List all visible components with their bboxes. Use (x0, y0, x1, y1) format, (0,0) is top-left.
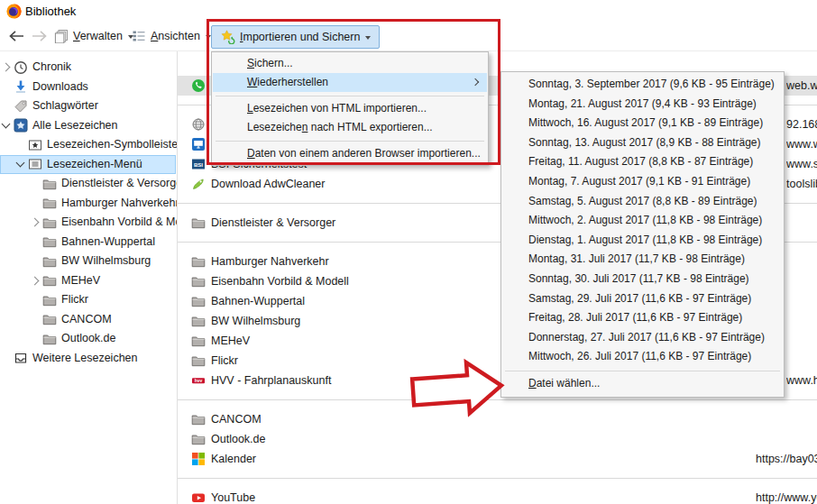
backup-entry-mittwoch-26-juli-2017[interactable]: Mittwoch, 26. Juli 2017 (11,6 KB - 97 Ei… (502, 347, 782, 367)
list-item-address: www.si (786, 154, 817, 174)
list-item-label: Eisenbahn Vorbild & Modell (211, 271, 349, 291)
sidebar-item-flickr[interactable]: Flickr (0, 290, 176, 310)
backup-entry-mittwoch-16-august-2017[interactable]: Mittwoch, 16. August 2017 (9,1 KB - 89 E… (502, 114, 782, 133)
all-bookmarks-icon (14, 118, 28, 133)
views-list-icon (132, 29, 146, 43)
list-item-label: BW Wilhelmsburg (211, 311, 300, 331)
sidebar-item-eisenbahn-vorbild-mo[interactable]: Eisenbahn Vorbild & Mo... (0, 213, 176, 233)
sidebar-item-outlook-de[interactable]: Outlook.de (0, 329, 176, 349)
backup-entry-mittwoch-2-august-2017[interactable]: Mittwoch, 2. August 2017 (11,8 KB - 98 E… (502, 211, 782, 231)
list-item-label: Kalender (211, 449, 256, 469)
sidebar-item-label: BW Wilhelmsburg (61, 252, 151, 271)
menu-item-wiederherstellen[interactable]: Wiederherstellen (213, 73, 487, 92)
list-item-youtube[interactable]: YouTubehttp://www.yo (178, 488, 817, 504)
sidebar-item-bw-wilhelmsburg[interactable]: BW Wilhelmsburg (0, 252, 176, 271)
folder-icon (42, 312, 57, 326)
folder-icon (191, 412, 206, 426)
sidebar-item-lesezeichen-symbolleiste[interactable]: Lesezeichen-Symbolleiste (0, 135, 176, 155)
backup-entry-dienstag-1-august-2017[interactable]: Dienstag, 1. August 2017 (11,8 KB - 98 E… (502, 231, 782, 251)
menu-separator (505, 371, 780, 371)
views-menu-button[interactable]: Ansichten (132, 23, 211, 50)
chevron-down-icon[interactable] (16, 158, 25, 167)
sidebar-item-chronik[interactable]: Chronik (0, 58, 176, 78)
backup-entry-montag-31-juli-2017[interactable]: Montag, 31. Juli 2017 (11,7 KB - 98 Eint… (502, 250, 782, 270)
sidebar-item-dienstleister-versorger[interactable]: Dienstleister & Versorger (0, 174, 176, 194)
chevron-right-icon[interactable] (31, 218, 40, 227)
backup-entry-samstag-5-august-2017[interactable]: Samstag, 5. August 2017 (8,8 KB - 89 Ein… (502, 192, 782, 212)
menu-separator (216, 141, 484, 142)
sidebar-item-label: Eisenbahn Vorbild & Mo... (61, 213, 191, 233)
sidebar-item-mehev[interactable]: MEHeV (0, 271, 176, 291)
toolbar: Verwalten Ansichten (0, 23, 817, 51)
sidebar-item-hamburger-nahverkehr[interactable]: Hamburger Nahverkehr (0, 194, 176, 214)
manage-menu-button[interactable]: Verwalten (54, 23, 133, 50)
list-item-address: web.wh (786, 76, 817, 96)
menu-item-sichern[interactable]: Sichern... (213, 54, 487, 73)
backup-entry-montag-7-august-2017[interactable]: Montag, 7. August 2017 (9,1 KB - 91 Eint… (502, 172, 782, 192)
sidebar-item-lesezeichen-men[interactable]: Lesezeichen-Menü (0, 155, 176, 175)
microsoft-icon (191, 452, 206, 466)
list-item-kalender[interactable]: Kalenderhttps://bay03.c (178, 449, 817, 469)
sidebar-item-bahnen-wuppertal[interactable]: Bahnen-Wuppertal (0, 233, 176, 252)
whatsapp-icon (191, 78, 206, 93)
list-item-label: Outlook.de (211, 429, 265, 449)
list-item-address: www.hv (786, 371, 817, 390)
sidebar-item-label: Flickr (61, 290, 88, 310)
menu-item-lesezeichen-von-html-importieren[interactable]: Lesezeichen von HTML importieren... (213, 99, 487, 118)
sidebar-item-label: Dienstleister & Versorger (61, 174, 186, 194)
backup-entry-samstag-29-juli-2017[interactable]: Samstag, 29. Juli 2017 (11,6 KB - 97 Ein… (502, 289, 782, 309)
list-item-cancom[interactable]: CANCOM (178, 409, 817, 429)
list-item-label: Hamburger Nahverkehr (211, 252, 329, 271)
folder-icon (191, 254, 206, 269)
chevron-down-icon (206, 35, 211, 39)
backup-entry-sonntag-3-september-2017[interactable]: Sonntag, 3. September 2017 (9,6 KB - 95 … (502, 75, 782, 95)
menu-item-choose-file[interactable]: Datei wählen... (502, 374, 782, 394)
list-item-label: Flickr (211, 351, 238, 371)
download-icon (14, 79, 28, 94)
list-item-label: MEHeV (211, 331, 250, 351)
forward-button[interactable] (31, 23, 49, 50)
sidebar-item-downloads[interactable]: Downloads (0, 78, 176, 97)
folder-icon (191, 334, 206, 348)
list-item-label: Download AdwCleaner (211, 174, 325, 194)
chevron-right-icon[interactable] (2, 63, 11, 72)
back-button[interactable] (7, 23, 25, 50)
menu-separator (216, 96, 484, 96)
menu-item-lesezeichen-nach-html-exportieren[interactable]: Lesezeichen nach HTML exportieren... (213, 118, 487, 137)
sidebar-item-label: Outlook.de (61, 329, 115, 349)
sidebar-item-schlagw-rter[interactable]: Schlagwörter (0, 96, 176, 116)
backup-entry-freitag-11-august-2017[interactable]: Freitag, 11. August 2017 (8,8 KB - 87 Ei… (502, 152, 782, 172)
monitor-icon (191, 137, 206, 151)
list-item-address: toolslib (786, 174, 817, 194)
folder-icon (191, 432, 206, 446)
backup-entry-montag-21-august-2017[interactable]: Montag, 21. August 2017 (9,4 KB - 93 Ein… (502, 95, 782, 115)
svg-text:hvv: hvv (195, 378, 203, 383)
menu-item-daten-von-einem-anderen-browser-importieren[interactable]: Daten von einem anderen Browser importie… (213, 144, 487, 163)
folder-icon (191, 274, 206, 289)
sidebar-item-weitere-lesezeichen[interactable]: Weitere Lesezeichen (0, 349, 176, 369)
bookmarks-menu-icon (28, 157, 42, 171)
folder-icon (42, 177, 57, 191)
chevron-right-icon[interactable] (31, 276, 40, 285)
sidebar-item-alle-lesezeichen[interactable]: Alle Lesezeichen (0, 116, 176, 136)
chevron-down-icon[interactable] (2, 119, 11, 128)
bookmarks-toolbar-icon (28, 138, 42, 152)
backup-entry-sonntag-13-august-2017[interactable]: Sonntag, 13. August 2017 (8,9 KB - 88 Ei… (502, 133, 782, 153)
list-separator (178, 399, 817, 400)
folder-icon (191, 353, 206, 368)
import-and-backup-button[interactable]: Importieren und Sichern (211, 25, 380, 49)
list-item-label: Bahnen-Wuppertal (211, 291, 305, 311)
list-item-label: YouTube (211, 488, 255, 504)
sidebar: ChronikDownloadsSchlagwörterAlle Lesezei… (0, 51, 177, 504)
folder-icon (191, 215, 206, 230)
folder-icon (42, 332, 57, 346)
backup-entry-sonntag-30-juli-2017[interactable]: Sonntag, 30. Juli 2017 (11,7 KB - 98 Ein… (502, 270, 782, 289)
sidebar-item-label: Lesezeichen-Menü (47, 155, 142, 175)
backup-entry-donnerstag-27-juli-2017[interactable]: Donnerstag, 27. Juli 2017 (11,6 KB - 97 … (502, 328, 782, 348)
list-item-outlook-de[interactable]: Outlook.de (178, 429, 817, 449)
folder-icon (42, 293, 57, 307)
backup-entry-freitag-28-juli-2017[interactable]: Freitag, 28. Juli 2017 (11,6 KB - 97 Ein… (502, 308, 782, 328)
list-item-label: HVV - Fahrplanauskunft (211, 371, 331, 390)
sidebar-item-cancom[interactable]: CANCOM (0, 310, 176, 330)
titlebar: Bibliothek (0, 0, 817, 23)
